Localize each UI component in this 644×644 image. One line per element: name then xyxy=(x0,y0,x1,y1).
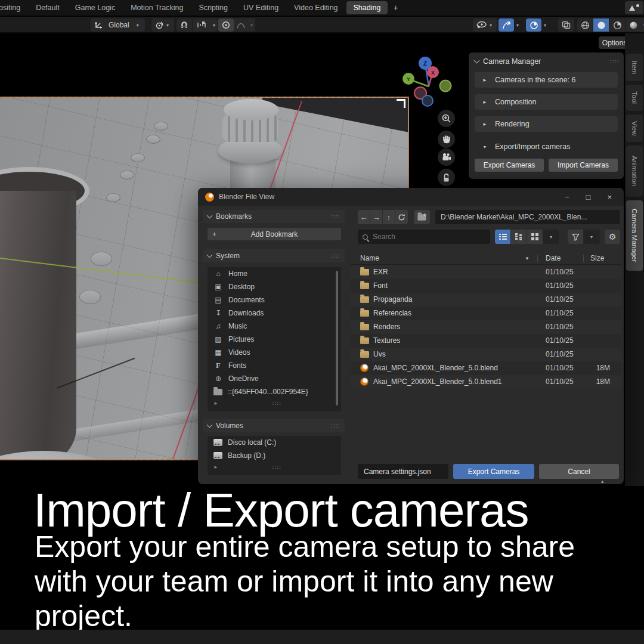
filter-button[interactable] xyxy=(568,230,584,244)
sidebar-tab-animation[interactable]: Animation xyxy=(626,145,643,197)
system-item-onedrive[interactable]: ⊕ OneDrive xyxy=(208,372,341,385)
system-item-pictures[interactable]: ▨ Pictures xyxy=(208,333,341,346)
collapse-arrow-icon[interactable]: ▴ xyxy=(601,478,604,484)
filter-settings-dropdown[interactable]: ▾ xyxy=(584,230,600,244)
system-item-desktop[interactable]: ▣ Desktop xyxy=(208,280,341,293)
selectability-visibility-dropdown[interactable]: ▾ xyxy=(473,18,497,32)
system-scrollbar[interactable] xyxy=(336,271,338,405)
export-cameras-confirm-button[interactable]: Export Cameras xyxy=(453,464,534,479)
system-item-downloads[interactable]: ↧ Downloads xyxy=(208,306,341,320)
pan-button[interactable] xyxy=(438,131,455,148)
detail-list-view-button[interactable] xyxy=(511,230,527,244)
section-rendering[interactable]: ► Rendering xyxy=(475,116,618,132)
file-row-blend[interactable]: Akai_MPC_2000XL_Blender_5.0.blend 01/10/… xyxy=(351,361,621,375)
close-button[interactable]: × xyxy=(607,193,612,202)
bookmarks-section-header[interactable]: Bookmarks ∷∷ xyxy=(203,210,345,223)
add-bookmark-button[interactable]: + Add Bookmark xyxy=(208,228,341,240)
expand-arrow-icon[interactable]: ► xyxy=(213,401,218,406)
pivot-point-dropdown[interactable]: ▾ xyxy=(151,18,174,32)
sidebar-tab-item[interactable]: Item xyxy=(626,54,643,81)
drag-handle-icon[interactable]: ∷∷ xyxy=(331,213,340,220)
file-row-referencias[interactable]: Referencias 01/10/25 xyxy=(351,306,621,320)
gizmo-neg-y-axis[interactable] xyxy=(440,80,451,92)
column-name[interactable]: Name xyxy=(360,254,379,262)
back-button[interactable]: ← xyxy=(358,210,370,224)
sidebar-tab-view[interactable]: View xyxy=(626,114,643,142)
tab-video-editing[interactable]: Video Editing xyxy=(287,1,345,14)
system-item-fonts[interactable]: F Fonts xyxy=(208,359,341,372)
file-row-renders[interactable]: Renders 01/10/25 xyxy=(351,320,621,334)
snap-toggle-button[interactable] xyxy=(177,18,192,32)
gizmo-neg-z-axis[interactable] xyxy=(422,95,433,106)
falloff-dropdown[interactable] xyxy=(234,18,248,32)
new-folder-button[interactable]: + xyxy=(414,210,430,224)
settings-button[interactable]: ⚙ xyxy=(605,230,620,244)
file-row-propaganda[interactable]: Propaganda 01/10/25 xyxy=(351,293,621,306)
transform-orientation-dropdown[interactable]: Global ▾ xyxy=(91,18,145,32)
search-field[interactable]: Search xyxy=(358,230,490,244)
add-workspace-button[interactable]: + xyxy=(388,2,402,14)
forward-button[interactable]: → xyxy=(370,210,383,224)
tab-motion-tracking[interactable]: Motion Tracking xyxy=(123,1,190,14)
volume-item-d-drive[interactable]: Backup (D:) xyxy=(208,449,341,462)
tab-default[interactable]: Default xyxy=(29,1,67,14)
lock-view-button[interactable] xyxy=(438,169,455,186)
expand-arrow-icon[interactable]: ► xyxy=(213,465,218,470)
column-size[interactable]: Size xyxy=(590,254,604,262)
zoom-button[interactable] xyxy=(438,110,455,127)
snap-target-dropdown[interactable] xyxy=(193,18,210,32)
file-row-textures[interactable]: Textures 01/10/25 xyxy=(351,334,621,348)
drag-handle-icon[interactable]: ∷∷ xyxy=(331,423,340,429)
volumes-section-header[interactable]: Volumes ∷∷ xyxy=(203,419,345,432)
column-divider[interactable] xyxy=(537,255,538,262)
minimize-button[interactable]: − xyxy=(565,193,569,202)
system-item-guid-folder[interactable]: ::{645FF040...002F954E} xyxy=(208,385,341,398)
system-item-music[interactable]: ♫ Music xyxy=(208,320,341,333)
thumbnail-view-button[interactable] xyxy=(527,230,543,244)
sidebar-tab-camera-manager[interactable]: Camera Manager xyxy=(626,200,643,271)
camera-manager-header[interactable]: Camera Manager ∷∷ xyxy=(475,56,619,67)
refresh-button[interactable] xyxy=(395,210,408,224)
show-overlays-button[interactable] xyxy=(526,18,541,32)
file-row-uvs[interactable]: Uvs 01/10/25 xyxy=(351,348,621,361)
up-directory-button[interactable]: ↑ xyxy=(383,210,395,224)
tab-game-logic[interactable]: Game Logic xyxy=(68,1,122,14)
section-export-import[interactable]: ▼ Export/Import cameras xyxy=(475,139,618,154)
file-row-font[interactable]: Font 01/10/25 xyxy=(351,279,621,293)
system-section-header[interactable]: System ∷∷ xyxy=(203,249,345,262)
section-cameras-in-scene[interactable]: ► Cameras in the scene: 6 xyxy=(475,72,618,88)
drag-handle-icon[interactable]: ∷∷ xyxy=(610,58,619,65)
system-item-documents[interactable]: ▤ Documents xyxy=(208,293,341,306)
column-date[interactable]: Date xyxy=(546,254,561,262)
tab-compositing[interactable]: ositing xyxy=(0,1,27,14)
tab-uv-editing[interactable]: UV Editing xyxy=(236,1,286,14)
solid-shading-button[interactable] xyxy=(593,18,609,32)
drag-handle-icon[interactable]: ∷∷ xyxy=(273,400,281,407)
file-view-titlebar[interactable]: Blender File View − □ × xyxy=(198,188,624,206)
system-item-videos[interactable]: ▦ Videos xyxy=(208,346,341,359)
file-row-exr[interactable]: EXR 01/10/25 xyxy=(351,265,621,279)
section-composition[interactable]: ► Composition xyxy=(475,94,618,110)
tab-shading[interactable]: Shading xyxy=(346,1,388,14)
file-path-field[interactable]: D:\Blender Market\Akai_MPC_2000XL_Blen..… xyxy=(435,210,620,224)
cancel-button[interactable]: Cancel xyxy=(539,464,619,479)
display-settings-dropdown[interactable]: ▾ xyxy=(543,230,559,244)
file-row-blend1[interactable]: Akai_MPC_2000XL_Blender_5.0.blend1 01/10… xyxy=(351,375,621,389)
filename-input[interactable]: Camera settings.json xyxy=(358,464,448,479)
rendered-shading-button[interactable] xyxy=(626,18,641,32)
system-item-home[interactable]: ⌂ Home xyxy=(208,267,341,280)
column-divider[interactable] xyxy=(583,255,584,262)
proportional-edit-button[interactable] xyxy=(218,18,234,32)
wireframe-shading-button[interactable] xyxy=(577,18,593,32)
maximize-button[interactable]: □ xyxy=(586,193,591,202)
xray-toggle-button[interactable] xyxy=(558,18,574,32)
camera-view-button[interactable] xyxy=(438,148,455,166)
import-cameras-button[interactable]: Import Cameras xyxy=(549,159,618,172)
vertical-list-view-button[interactable] xyxy=(495,230,511,244)
material-preview-button[interactable] xyxy=(609,18,625,32)
volume-item-c-drive[interactable]: Disco local (C:) xyxy=(208,436,341,449)
navigation-gizmo[interactable]: Z X Y xyxy=(401,54,466,113)
show-gizmo-button[interactable] xyxy=(499,18,514,32)
sidebar-tab-tool[interactable]: Tool xyxy=(626,85,643,111)
scene-icon[interactable] xyxy=(625,1,643,14)
